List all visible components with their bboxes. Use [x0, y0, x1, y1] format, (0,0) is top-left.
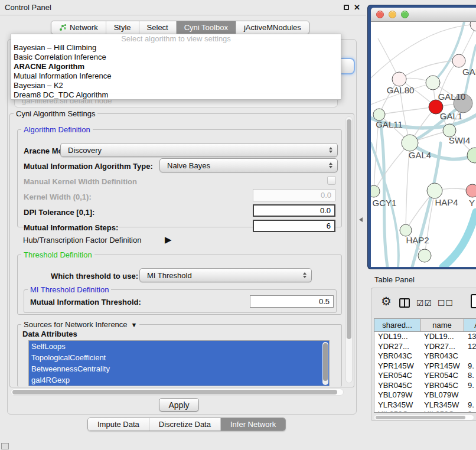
tab-network[interactable]: Network	[51, 21, 106, 34]
table-row[interactable]: YPR145WYPR145W9.	[374, 361, 476, 371]
tab-infer-network[interactable]: Infer Network	[221, 418, 285, 431]
settings-vertical-scrollbar-thumb[interactable]	[347, 119, 351, 339]
network-icon	[59, 24, 67, 31]
attribute-item[interactable]: SelfLoops	[29, 341, 329, 352]
tab-cyni-toolbox[interactable]: Cyni Toolbox	[177, 21, 236, 34]
which-threshold-combobox[interactable]: MI Threshold	[139, 268, 312, 282]
table-row[interactable]: YLR345WYLR345W9.	[374, 400, 476, 410]
kernel-width-field[interactable]: 0.0	[253, 189, 335, 201]
split-columns-icon[interactable]	[399, 298, 410, 308]
node-unlabeled-bottom[interactable]	[418, 249, 431, 262]
cell: YDL19...	[420, 332, 464, 342]
node-gal-partial[interactable]	[452, 54, 465, 67]
gear-icon[interactable]: ⚙	[381, 295, 392, 307]
attribute-list-scrollbar[interactable]	[322, 342, 328, 385]
mi-steps-field[interactable]: 6	[253, 220, 335, 232]
table-row[interactable]: YDL19...YDL19...13	[374, 332, 476, 342]
cell: 13	[464, 332, 476, 342]
column-header-name[interactable]: name	[420, 319, 464, 331]
algorithm-option-selected[interactable]: ARACNE Algorithm	[11, 62, 341, 71]
column-header-shared-name[interactable]: shared...	[374, 319, 420, 331]
algorithm-definition-group: Algorithm Definition Aracne Mode: Discov…	[17, 129, 342, 227]
document-icon[interactable]	[471, 294, 476, 308]
node-hap4[interactable]	[427, 183, 442, 198]
tab-jactivemnodules[interactable]: jActiveMNodules	[236, 21, 309, 34]
settings-horizontal-scrollbar-thumb[interactable]	[12, 390, 337, 394]
checked-checkboxes-icon[interactable]: ☑☑	[416, 298, 432, 308]
table-row[interactable]: YBR045CYBR045C9.	[374, 381, 476, 391]
table-row[interactable]: YIL052CYIL052C9	[374, 410, 476, 413]
settings-horizontal-scrollbar[interactable]	[11, 389, 344, 396]
attribute-list-scrollbar-thumb[interactable]	[323, 343, 328, 381]
table-horizontal-scrollbar-thumb[interactable]	[376, 416, 465, 419]
data-attributes-list[interactable]: SelfLoops TopologicalCoefficient Between…	[28, 340, 330, 386]
node-unlabeled-top[interactable]	[470, 22, 476, 31]
tab-impute-data[interactable]: Impute Data	[88, 418, 149, 431]
unchecked-checkboxes-icon[interactable]: ☐☐	[438, 298, 454, 308]
column-header-partial[interactable]: A	[464, 319, 476, 331]
table-row[interactable]: YBR043CYBR043C	[374, 351, 476, 361]
network-view-window[interactable]: GAL80 GAL10 GAL1 GAL11 SWI4 GAL4 GCY1 HA…	[367, 5, 476, 269]
close-traffic-light-icon[interactable]	[376, 11, 384, 18]
settings-vertical-scrollbar[interactable]	[345, 116, 353, 383]
cell	[464, 390, 476, 400]
node-label: Y	[469, 198, 475, 208]
node-gal10[interactable]	[426, 76, 440, 90]
sources-group: Sources for Network Inference ▼ Data Att…	[17, 324, 342, 387]
node-y-partial[interactable]	[466, 184, 476, 197]
mi-threshold-field[interactable]: 0.5	[250, 295, 334, 308]
apply-button[interactable]: Apply	[159, 398, 199, 412]
table-horizontal-scrollbar[interactable]	[374, 415, 474, 420]
table-row[interactable]: YBL079WYBL079W	[374, 390, 476, 400]
table-row[interactable]: YDR27...YDR27...12	[374, 342, 476, 352]
cell: 12	[464, 342, 476, 352]
node-gal80[interactable]	[392, 72, 406, 86]
tab-discretize-data[interactable]: Discretize Data	[149, 418, 221, 431]
minimize-traffic-light-icon[interactable]	[389, 11, 396, 18]
network-window-titlebar	[371, 8, 476, 22]
aracne-mode-combobox[interactable]: Discovery	[60, 143, 338, 157]
algorithm-option[interactable]: Bayesian – Hill Climbing	[11, 43, 341, 53]
node-gal11[interactable]	[373, 109, 385, 120]
mi-threshold-definition-title: MI Threshold Definition	[28, 285, 111, 294]
hub-definition-label[interactable]: Hub/Transcription Factor Definition	[23, 236, 141, 244]
zoom-traffic-light-icon[interactable]	[401, 11, 409, 18]
tab-style[interactable]: Style	[106, 21, 139, 34]
algorithm-option[interactable]: Basic Correlation Inference	[11, 53, 341, 62]
close-icon[interactable]: ✕	[354, 4, 360, 11]
attribute-item[interactable]: BetweennessCentrality	[29, 363, 329, 374]
sources-title-wrap[interactable]: Sources for Network Inference ▼	[21, 320, 139, 329]
expand-arrow-icon[interactable]: ▶	[165, 234, 172, 245]
table-header-row: shared... name A	[374, 319, 476, 332]
apply-button-label: Apply	[168, 400, 189, 410]
combo-arrows-icon	[329, 147, 332, 153]
algorithm-option[interactable]: Mutual Information Inference	[11, 71, 341, 81]
algorithm-option[interactable]: Dream8 DC_TDC Algorithm	[11, 90, 341, 100]
cell: 9.	[464, 381, 476, 391]
tab-select-label: Select	[147, 23, 168, 32]
cell: YBL079W	[374, 390, 420, 400]
node-gcy1[interactable]	[371, 185, 380, 197]
control-panel-tab-bar: Network Style Select Cyni Toolbox jActiv…	[51, 21, 309, 34]
network-canvas[interactable]: GAL80 GAL10 GAL1 GAL11 SWI4 GAL4 GCY1 HA…	[371, 22, 476, 267]
minimized-panel-icon[interactable]	[1, 443, 9, 449]
float-window-icon[interactable]	[344, 5, 349, 10]
panel-divider-collapse-icon[interactable]	[359, 217, 363, 222]
dpi-tolerance-field[interactable]: 0.0	[253, 204, 335, 217]
table-row[interactable]: YER054CYER054C8.	[374, 371, 476, 381]
obscured-focused-combobox-fragment	[341, 58, 355, 74]
attribute-item[interactable]: gal4RGexp	[29, 374, 329, 386]
mi-algorithm-type-combobox[interactable]: Naive Bayes	[159, 158, 338, 172]
manual-kernel-checkbox[interactable]	[327, 176, 336, 185]
cell: YER054C	[374, 371, 420, 381]
node-label: GAL4	[409, 150, 431, 160]
attribute-item[interactable]: TopologicalCoefficient	[29, 352, 329, 363]
tab-select[interactable]: Select	[139, 21, 177, 34]
node-unlabeled-right[interactable]	[467, 148, 476, 163]
cell: YPR145W	[420, 361, 464, 371]
node-gal4[interactable]	[402, 135, 418, 151]
algorithm-option[interactable]: Bayesian – K2	[11, 81, 341, 90]
node-table[interactable]: shared... name A YDL19...YDL19...13 YDR2…	[374, 318, 476, 413]
node-hap2[interactable]	[400, 224, 412, 236]
tab-infer-network-label: Infer Network	[230, 420, 276, 429]
